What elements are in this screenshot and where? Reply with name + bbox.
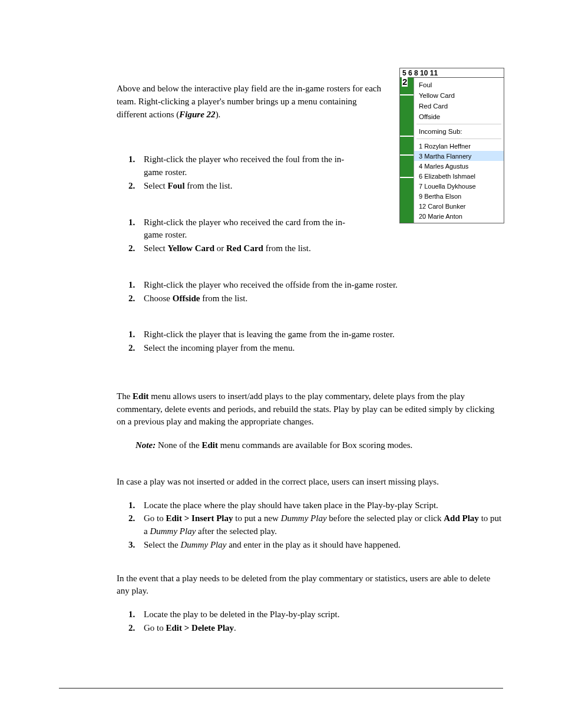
edit-intro-paragraph: The Edit menu allows users to insert/add… bbox=[117, 390, 503, 429]
bold-text: Red Card bbox=[226, 243, 263, 253]
list-item: 2. Go to Edit > Delete Play. bbox=[128, 622, 503, 635]
delete-intro-paragraph: In the event that a play needs to be del… bbox=[117, 572, 503, 598]
list-number: 1. bbox=[128, 608, 144, 621]
sub-player-4[interactable]: 4 Marles Agustus bbox=[414, 161, 504, 171]
list-number: 2. bbox=[128, 292, 144, 305]
list-text: Select the incoming player from the menu… bbox=[144, 342, 503, 355]
sub-player-9[interactable]: 9 Bertha Elson bbox=[414, 191, 504, 201]
list-item: 1. Right-click the player that is leavin… bbox=[128, 328, 503, 341]
sub-player-20[interactable]: 20 Marie Anton bbox=[414, 211, 504, 221]
bold-text: Foul bbox=[167, 181, 184, 190]
menu-item-yellow-card[interactable]: Yellow Card bbox=[414, 90, 504, 101]
list-text: Choose Offside from the list. bbox=[144, 292, 503, 305]
text: from the list. bbox=[185, 181, 233, 190]
list-text: Right-click the player that is leaving t… bbox=[144, 328, 503, 341]
insert-steps: 1. Locate the place where the play shoul… bbox=[128, 499, 503, 552]
text: from the list. bbox=[263, 243, 311, 253]
menu-header-incoming-sub: Incoming Sub: bbox=[414, 126, 504, 137]
text: . bbox=[234, 623, 236, 633]
sub-player-12[interactable]: 12 Carol Bunker bbox=[414, 201, 504, 211]
sub-player-7[interactable]: 7 Louella Dykhouse bbox=[414, 181, 504, 191]
text: Go to bbox=[144, 513, 166, 523]
bold-text: Add Play bbox=[444, 513, 479, 523]
italic-text: Dummy Play bbox=[150, 526, 196, 536]
text: Select bbox=[144, 181, 167, 190]
footer-rule bbox=[59, 688, 503, 689]
sub-player-6[interactable]: 6 Elizabeth Ishmael bbox=[414, 171, 504, 181]
note-label: Note: bbox=[135, 440, 156, 450]
intro-text: Above and below the interactive play fie… bbox=[117, 84, 381, 119]
list-item: 1. Locate the play to be deleted in the … bbox=[128, 608, 503, 621]
list-number: 1. bbox=[128, 153, 144, 179]
italic-text: Dummy Play bbox=[281, 513, 327, 523]
text: Go to bbox=[144, 623, 166, 633]
text: or bbox=[214, 243, 226, 253]
list-number: 1. bbox=[128, 279, 144, 292]
insert-intro-paragraph: In case a play was not inserted or added… bbox=[117, 476, 503, 489]
list-item: 1. Locate the place where the play shoul… bbox=[128, 499, 503, 512]
text: before the selected play or click bbox=[327, 513, 444, 523]
list-number: 2. bbox=[128, 622, 144, 635]
figure-reference: Figure 22 bbox=[179, 110, 215, 119]
list-item: 3. Select the Dummy Play and enter in th… bbox=[128, 539, 503, 552]
list-text: Go to Edit > Delete Play. bbox=[144, 622, 503, 635]
intro-text-end: ). bbox=[216, 110, 221, 119]
intro-paragraph: Above and below the interactive play fie… bbox=[117, 83, 385, 121]
offside-steps: 1. Right-click the player who received t… bbox=[128, 279, 503, 305]
list-text: Locate the place where the play should h… bbox=[144, 499, 503, 512]
bold-text: Yellow Card bbox=[167, 243, 214, 253]
menu-item-red-card[interactable]: Red Card bbox=[414, 101, 504, 111]
bold-text: Edit bbox=[133, 391, 149, 401]
substitution-steps: 1. Right-click the player that is leavin… bbox=[128, 328, 503, 355]
sub-player-3[interactable]: 3 Martha Flannery bbox=[414, 151, 504, 161]
bold-text: Offside bbox=[173, 294, 200, 303]
list-number: 1. bbox=[128, 328, 144, 341]
list-number: 2. bbox=[128, 242, 144, 255]
bold-text: Edit > Insert Play bbox=[166, 513, 233, 523]
list-text: Select Yellow Card or Red Card from the … bbox=[144, 242, 503, 255]
document-page: 5 6 8 10 11 2 Foul Yellow Card Red Card … bbox=[0, 0, 562, 728]
italic-text: Dummy Play bbox=[180, 540, 226, 549]
list-item: 2. Choose Offside from the list. bbox=[128, 292, 503, 305]
text: to put a new bbox=[233, 513, 280, 523]
bold-text: Edit bbox=[201, 440, 218, 450]
text: menu allows users to insert/add plays to… bbox=[117, 391, 494, 427]
list-number: 2. bbox=[128, 512, 144, 538]
delete-steps: 1. Locate the play to be deleted in the … bbox=[128, 608, 503, 635]
list-number: 1. bbox=[128, 216, 144, 242]
context-menu: Foul Yellow Card Red Card Offside Incomi… bbox=[414, 78, 504, 223]
list-number: 2. bbox=[128, 180, 144, 193]
text: menu commands are available for Box scor… bbox=[218, 440, 412, 450]
list-item: 2. Go to Edit > Insert Play to put a new… bbox=[128, 512, 503, 538]
text: Select the bbox=[144, 540, 180, 549]
menu-separator bbox=[416, 124, 501, 124]
field-strip: 2 bbox=[400, 78, 414, 223]
list-text: Locate the play to be deleted in the Pla… bbox=[144, 608, 503, 621]
bold-text: Edit > Delete Play bbox=[166, 623, 234, 633]
sub-player-1[interactable]: 1 Rozylan Heffner bbox=[414, 141, 504, 151]
menu-item-offside[interactable]: Offside bbox=[414, 111, 504, 122]
note-paragraph: Note: None of the Edit menu commands are… bbox=[135, 439, 503, 452]
text: after the selected play. bbox=[196, 526, 277, 536]
list-number: 1. bbox=[128, 499, 144, 512]
roster-number-row: 5 6 8 10 11 bbox=[399, 68, 504, 77]
text: None of the bbox=[156, 440, 201, 450]
list-text: Select the Dummy Play and enter in the p… bbox=[144, 539, 503, 552]
list-number: 3. bbox=[128, 539, 144, 552]
menu-separator bbox=[416, 139, 501, 139]
list-text: Go to Edit > Insert Play to put a new Du… bbox=[144, 512, 503, 538]
menu-item-foul[interactable]: Foul bbox=[414, 80, 504, 90]
list-item: 2. Select Yellow Card or Red Card from t… bbox=[128, 242, 503, 255]
text: and enter in the play as it should have … bbox=[226, 540, 400, 549]
text: from the list. bbox=[200, 294, 247, 303]
list-text: Right-click the player who received the … bbox=[144, 279, 503, 292]
player-number-2: 2 bbox=[402, 77, 408, 87]
list-number: 2. bbox=[128, 342, 144, 355]
text: Select bbox=[144, 243, 167, 253]
figure-body: 2 Foul Yellow Card Red Card Offside Inco… bbox=[399, 77, 504, 223]
list-item: 2. Select the incoming player from the m… bbox=[128, 342, 503, 355]
context-menu-figure: 5 6 8 10 11 2 Foul Yellow Card Red Card … bbox=[399, 68, 504, 223]
text: Choose bbox=[144, 294, 173, 303]
text: The bbox=[117, 391, 133, 401]
list-item: 1. Right-click the player who received t… bbox=[128, 279, 503, 292]
